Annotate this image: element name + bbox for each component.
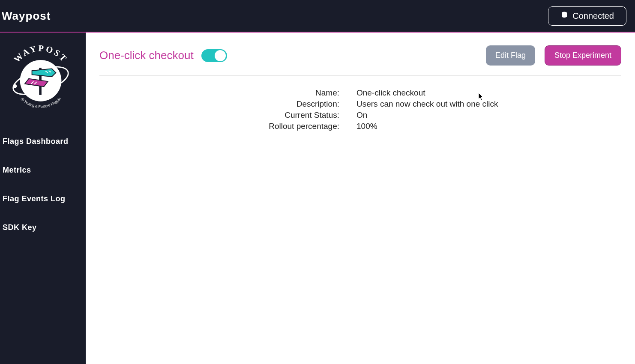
logo-container: WAYPOST A/B Testing & Feature Flagging xyxy=(0,37,86,125)
detail-value-status: On xyxy=(356,110,621,120)
sidebar-item-label: Metrics xyxy=(3,166,31,174)
flag-details: Name: One-click checkout Description: Us… xyxy=(99,88,621,131)
sidebar-item-label: SDK Key xyxy=(3,223,37,232)
connected-label: Connected xyxy=(572,11,614,21)
detail-label-description: Description: xyxy=(99,99,339,109)
detail-value-name: One-click checkout xyxy=(356,88,621,98)
flag-title: One-click checkout xyxy=(99,49,194,62)
brand-title: Waypost xyxy=(2,9,51,23)
topbar: Waypost Connected xyxy=(0,0,635,33)
title-toggle-group: One-click checkout xyxy=(99,49,227,62)
sidebar: WAYPOST A/B Testing & Feature Flagging F… xyxy=(0,33,86,364)
svg-point-5 xyxy=(13,84,17,88)
sidebar-item-sdk-key[interactable]: SDK Key xyxy=(0,215,86,240)
detail-label-status: Current Status: xyxy=(99,110,339,120)
waypost-logo: WAYPOST A/B Testing & Feature Flagging xyxy=(1,37,81,116)
edit-flag-button[interactable]: Edit Flag xyxy=(486,45,535,66)
connected-button[interactable]: Connected xyxy=(548,6,626,26)
layout: WAYPOST A/B Testing & Feature Flagging F… xyxy=(0,33,635,364)
detail-label-name: Name: xyxy=(99,88,339,98)
main-content: One-click checkout Edit Flag Stop Experi… xyxy=(86,33,635,364)
detail-value-rollout: 100% xyxy=(356,122,621,131)
sidebar-item-flags-dashboard[interactable]: Flags Dashboard xyxy=(0,129,86,154)
detail-value-description: Users can now check out with one click xyxy=(356,99,621,109)
sidebar-item-metrics[interactable]: Metrics xyxy=(0,158,86,182)
sidebar-item-label: Flags Dashboard xyxy=(3,137,69,146)
flag-header: One-click checkout Edit Flag Stop Experi… xyxy=(99,45,621,75)
stop-experiment-button[interactable]: Stop Experiment xyxy=(545,45,621,66)
detail-label-rollout: Rollout percentage: xyxy=(99,122,339,131)
sidebar-item-flag-events-log[interactable]: Flag Events Log xyxy=(0,187,86,211)
toggle-knob xyxy=(215,50,226,61)
sidebar-item-label: Flag Events Log xyxy=(3,194,66,203)
flag-enabled-toggle[interactable] xyxy=(201,49,227,62)
database-icon xyxy=(560,11,568,21)
flag-actions: Edit Flag Stop Experiment xyxy=(486,45,621,66)
